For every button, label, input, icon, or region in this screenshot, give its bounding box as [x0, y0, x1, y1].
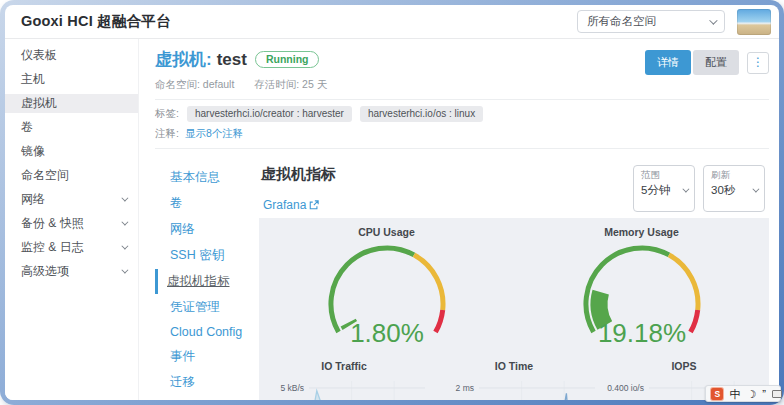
chevron-down-icon [121, 195, 128, 202]
tab-label: 虚拟机指标 [167, 274, 230, 288]
labels-row: 标签: harvesterhci.io/creator : harvester … [155, 106, 769, 122]
namespace-value: default [203, 78, 235, 90]
grafana-link[interactable]: Grafana [263, 198, 336, 212]
top-bar: Gooxi HCI 超融合平台 所有命名空间 [5, 5, 779, 39]
divider [155, 99, 769, 100]
sidebar-item-label: 镜像 [21, 145, 45, 158]
tab-basic-info[interactable]: 基本信息 [155, 165, 259, 190]
ime-fullwidth-moon-icon[interactable]: ☽ [746, 388, 756, 400]
svg-text:0.400 io/s: 0.400 io/s [607, 383, 644, 393]
label-chip: harvesterhci.io/creator : harvester [187, 106, 352, 122]
external-link-icon [309, 200, 319, 210]
chart-title: IO Traffic [321, 360, 367, 372]
age-value: 25 天 [302, 78, 327, 90]
chevron-down-icon [121, 219, 128, 226]
config-button[interactable]: 配置 [693, 50, 739, 75]
metrics-pane: 虚拟机指标 Grafana [259, 159, 769, 400]
sidebar-item-images[interactable]: 镜像 [5, 142, 138, 161]
sidebar-item-label: 仪表板 [21, 49, 57, 62]
area-chart: 5 kB/s4 kB/s3 kB/s [263, 375, 425, 400]
sidebar-item-label: 高级选项 [21, 265, 69, 278]
io-traffic-chart: IO Traffic 5 kB/s4 kB/s3 kB/s [259, 360, 429, 400]
window-frame: Gooxi HCI 超融合平台 所有命名空间 仪表板 主机 虚拟机 卷 镜像 命… [0, 0, 784, 405]
vm-type-link[interactable]: 虚拟机: [155, 48, 212, 71]
sidebar-item-label: 备份 & 快照 [21, 217, 84, 230]
vm-name: test [217, 50, 247, 70]
sidebar-item-dashboard[interactable]: 仪表板 [5, 46, 138, 65]
svg-text:5 kB/s: 5 kB/s [280, 383, 304, 393]
user-avatar[interactable] [737, 9, 771, 35]
gauge-chart: 1.80% [292, 240, 482, 354]
tab-label: SSH 密钥 [170, 248, 224, 262]
sidebar-item-label: 主机 [21, 73, 45, 86]
ime-keyboard-icon[interactable] [772, 390, 782, 398]
divider [155, 148, 769, 149]
sidebar-item-virtual-machines[interactable]: 虚拟机 [5, 94, 138, 113]
tab-vm-metrics[interactable]: 虚拟机指标 [155, 269, 259, 294]
memory-usage-gauge: Memory Usage 19.18% [514, 226, 769, 354]
sidebar-item-label: 命名空间 [21, 169, 69, 182]
tab-events[interactable]: 事件 [155, 344, 259, 369]
tab-migration[interactable]: 迁移 [155, 370, 259, 395]
sidebar-item-hosts[interactable]: 主机 [5, 70, 138, 89]
svg-text:19.18%: 19.18% [597, 318, 685, 348]
annotations-label: 注释: [155, 127, 179, 141]
ime-logo-icon[interactable]: S [711, 388, 723, 400]
namespace-select[interactable]: 所有命名空间 [577, 10, 725, 33]
sidebar-item-monitoring-logs[interactable]: 监控 & 日志 [5, 238, 138, 257]
sidebar-item-label: 监控 & 日志 [21, 241, 84, 254]
metrics-panel: CPU Usage 1.80% Memory Usage 19.18% [259, 218, 769, 400]
range-select[interactable]: 范围 5分钟 [633, 165, 695, 212]
range-label: 范围 [641, 169, 687, 182]
sidebar-item-namespaces[interactable]: 命名空间 [5, 166, 138, 185]
svg-text:1.80%: 1.80% [350, 318, 424, 348]
age-label: 存活时间: [254, 78, 299, 90]
namespace-label: 命名空间: [155, 78, 200, 90]
sidebar-item-backup-snapshot[interactable]: 备份 & 快照 [5, 214, 138, 233]
tab-volumes[interactable]: 卷 [155, 191, 259, 216]
chart-title: IOPS [671, 360, 696, 372]
show-annotations-link[interactable]: 显示8个注释 [185, 127, 243, 141]
tab-cloud-config[interactable]: Cloud Config [155, 321, 259, 343]
gauge-title: CPU Usage [358, 226, 415, 238]
ime-punctuation-icon[interactable]: ” [762, 388, 766, 400]
tab-label: 凭证管理 [170, 300, 220, 314]
tab-networks[interactable]: 网络 [155, 217, 259, 242]
gauge-title: Memory Usage [604, 226, 679, 238]
detail-button[interactable]: 详情 [645, 50, 691, 75]
tab-ssh-keys[interactable]: SSH 密钥 [155, 243, 259, 268]
refresh-select[interactable]: 刷新 30秒 [703, 165, 765, 212]
tab-label: 迁移 [170, 375, 195, 389]
io-time-chart: IO Time 2 ms1.50 ms1 ms [429, 360, 599, 400]
annotations-row: 注释: 显示8个注释 [155, 127, 769, 141]
more-actions-button[interactable]: ⋮ [747, 52, 769, 74]
sidebar-item-label: 虚拟机 [21, 97, 57, 110]
refresh-value: 30秒 [711, 183, 735, 198]
header-actions: 详情 配置 ⋮ [645, 50, 769, 75]
chevron-down-icon [752, 186, 759, 193]
tab-label: 事件 [170, 349, 195, 363]
sidebar-item-label: 卷 [21, 121, 33, 134]
app-window: Gooxi HCI 超融合平台 所有命名空间 仪表板 主机 虚拟机 卷 镜像 命… [5, 5, 779, 400]
chevron-down-icon [709, 16, 717, 24]
refresh-label: 刷新 [711, 169, 757, 182]
svg-text:2 ms: 2 ms [456, 383, 474, 393]
sidebar-item-volumes[interactable]: 卷 [5, 118, 138, 137]
tab-label: 基本信息 [170, 170, 220, 184]
cpu-usage-gauge: CPU Usage 1.80% [259, 226, 514, 354]
detail-tabs: 基本信息 卷 网络 SSH 密钥 虚拟机指标 凭证管理 Cloud Config… [155, 159, 259, 400]
status-badge: Running [255, 51, 320, 68]
grafana-link-label: Grafana [263, 198, 306, 212]
tab-label: 卷 [170, 196, 183, 210]
chart-title: IO Time [495, 360, 533, 372]
tab-label: Cloud Config [170, 325, 242, 339]
sidebar-item-networks[interactable]: 网络 [5, 190, 138, 209]
ime-language-mode-icon[interactable]: 中 [729, 388, 740, 400]
chevron-down-icon [121, 267, 128, 274]
metrics-title: 虚拟机指标 [261, 165, 336, 184]
tab-credentials[interactable]: 凭证管理 [155, 295, 259, 320]
namespace-select-value: 所有命名空间 [587, 14, 656, 29]
vm-meta: 命名空间: default 存活时间: 25 天 [155, 78, 769, 92]
tab-label: 网络 [170, 222, 195, 236]
sidebar-item-advanced[interactable]: 高级选项 [5, 262, 138, 281]
